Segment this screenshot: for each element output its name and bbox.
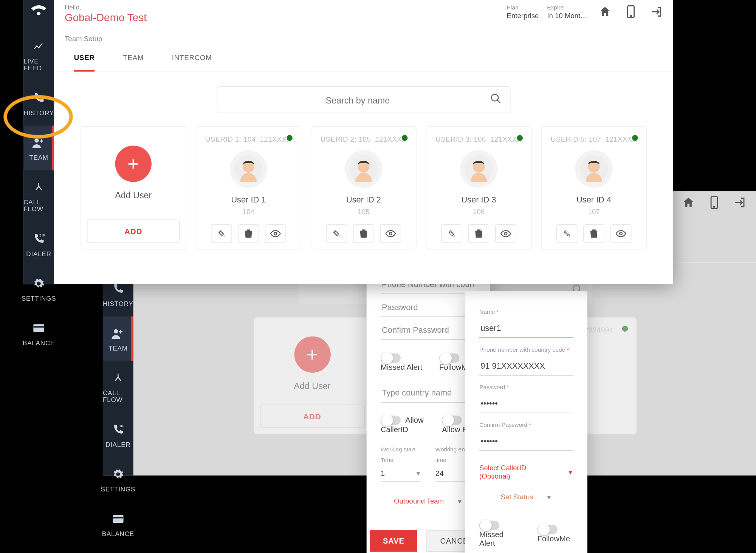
followme-toggle[interactable]: [439, 353, 459, 363]
view-icon[interactable]: [495, 224, 516, 243]
followme-toggle[interactable]: [538, 525, 558, 534]
sidebar-item-dialer[interactable]: SIP DIALER: [23, 222, 54, 266]
edit-icon[interactable]: ✎: [556, 224, 578, 243]
avatar-icon: [345, 150, 382, 188]
user-card: USERID 3: 106_121XXXX User ID 3 106 ✎: [426, 126, 532, 249]
outbound-team-select[interactable]: Outbound Team▼: [381, 497, 476, 505]
user-ext: 105: [358, 208, 369, 216]
password-field[interactable]: [479, 393, 573, 413]
sidebar-item-label: DIALER: [26, 250, 51, 257]
sidebar-item-settings[interactable]: SETTINGS: [23, 267, 54, 311]
home-icon[interactable]: [680, 194, 697, 211]
svg-text:SIP: SIP: [39, 233, 45, 237]
logout-icon[interactable]: [732, 194, 748, 211]
user-ext: 104: [243, 208, 254, 216]
search-icon: [490, 93, 502, 107]
sidebar-item-label: HISTORY: [23, 109, 54, 116]
status-dot-icon: [517, 135, 523, 141]
user-name: User ID 1: [231, 195, 266, 204]
svg-point-22: [389, 232, 392, 235]
user-card: USERID 2: 105_121XXXX User ID 2 105 ✎: [311, 126, 417, 249]
sidebar-item-label: LIVE FEED: [23, 57, 54, 71]
tab-intercom[interactable]: INTERCOM: [172, 49, 212, 72]
user-id-label: USERID 2: 105_121XXXX: [321, 135, 407, 143]
password-label: Password *: [479, 384, 573, 390]
plus-icon[interactable]: +: [294, 336, 330, 372]
phone-icon: [31, 90, 46, 105]
work-start-label: Working start Time: [381, 446, 415, 463]
search-box[interactable]: [217, 86, 510, 113]
user-id-label: USERID 1: 104_121XXXX: [205, 135, 292, 143]
avatar-icon: [575, 150, 612, 188]
set-status-dropdown[interactable]: Set Status▼: [479, 493, 573, 501]
svg-point-1: [114, 329, 118, 333]
sidebar-item-settings[interactable]: SETTINGS: [103, 457, 133, 502]
password-field[interactable]: [381, 297, 476, 317]
sidebar-item-history[interactable]: HISTORY: [23, 81, 54, 125]
allow-record-toggle[interactable]: [442, 416, 462, 425]
edit-icon[interactable]: ✎: [326, 224, 347, 243]
name-label: Name *: [479, 309, 573, 315]
delete-icon[interactable]: [238, 224, 259, 243]
view-icon[interactable]: [380, 224, 401, 243]
status-dot-icon: [287, 135, 293, 141]
plus-icon[interactable]: +: [115, 145, 152, 182]
tab-team[interactable]: TEAM: [123, 49, 144, 72]
greeting-text: Hello,: [65, 3, 147, 11]
missed-alert-toggle[interactable]: [479, 521, 499, 530]
svg-text:SIP: SIP: [119, 424, 124, 428]
mobile-icon[interactable]: [623, 3, 639, 20]
sidebar-item-callflow[interactable]: CALL FLOW: [103, 361, 133, 413]
delete-icon[interactable]: [468, 224, 490, 243]
add-button[interactable]: ADD: [87, 219, 180, 243]
add-button[interactable]: ADD: [260, 405, 365, 428]
missed-alert-label: Missed Alert: [479, 530, 503, 548]
select-callerid-dropdown[interactable]: Select CallerID (Optional)▼: [479, 464, 573, 480]
org-name: Gobal-Demo Test: [65, 12, 147, 24]
view-icon[interactable]: [265, 224, 286, 243]
sidebar-item-team[interactable]: TEAM: [103, 317, 133, 361]
confirm-password-field[interactable]: [381, 319, 476, 340]
sidebar-item-team[interactable]: TEAM: [23, 126, 54, 170]
allow-callerid-toggle[interactable]: [381, 416, 401, 425]
phone-field[interactable]: [479, 355, 573, 375]
missed-alert-label: Missed Alert: [381, 363, 422, 371]
save-button[interactable]: SAVE: [370, 530, 417, 551]
work-start-select[interactable]: 1▼: [381, 464, 421, 482]
sidebar-item-label: DIALER: [105, 441, 130, 448]
chart-line-icon: [31, 39, 46, 54]
avatar-icon: [230, 150, 267, 188]
sidebar-item-livefeed[interactable]: LIVE FEED: [23, 29, 54, 81]
status-dot-icon: [402, 135, 408, 141]
sidebar-item-balance[interactable]: BALANCE: [23, 311, 54, 356]
sidebar-item-balance[interactable]: BALANCE: [103, 502, 133, 547]
view-icon[interactable]: [610, 224, 632, 243]
edit-icon[interactable]: ✎: [211, 224, 232, 243]
people-icon: [31, 135, 46, 150]
work-end-label: Working end time: [435, 446, 468, 463]
edit-icon[interactable]: ✎: [441, 224, 462, 243]
confirm-password-field[interactable]: [479, 430, 573, 451]
missed-alert-toggle[interactable]: [381, 353, 401, 363]
search-input[interactable]: [226, 95, 490, 105]
user-name: User ID 4: [576, 195, 611, 204]
status-dot-icon: [632, 135, 638, 141]
gear-icon: [110, 466, 125, 482]
delete-icon[interactable]: [353, 224, 374, 243]
avatar-icon: [460, 150, 497, 188]
name-field[interactable]: [479, 318, 573, 338]
delete-icon[interactable]: [583, 224, 604, 243]
svg-rect-12: [33, 324, 44, 332]
people-icon: [110, 326, 125, 341]
home-icon[interactable]: [597, 3, 613, 20]
sidebar-item-callflow[interactable]: CALL FLOW: [23, 170, 54, 222]
mobile-icon[interactable]: [706, 194, 723, 211]
tab-user[interactable]: USER: [74, 49, 95, 72]
sidebar-item-dialer[interactable]: SIP DIALER: [103, 412, 133, 457]
svg-point-10: [34, 138, 39, 142]
svg-point-9: [37, 12, 40, 15]
phone-label: Phone number with country code *: [479, 346, 573, 353]
country-field[interactable]: [381, 382, 476, 402]
logout-icon[interactable]: [649, 3, 665, 20]
user-name: User ID 2: [346, 195, 381, 204]
